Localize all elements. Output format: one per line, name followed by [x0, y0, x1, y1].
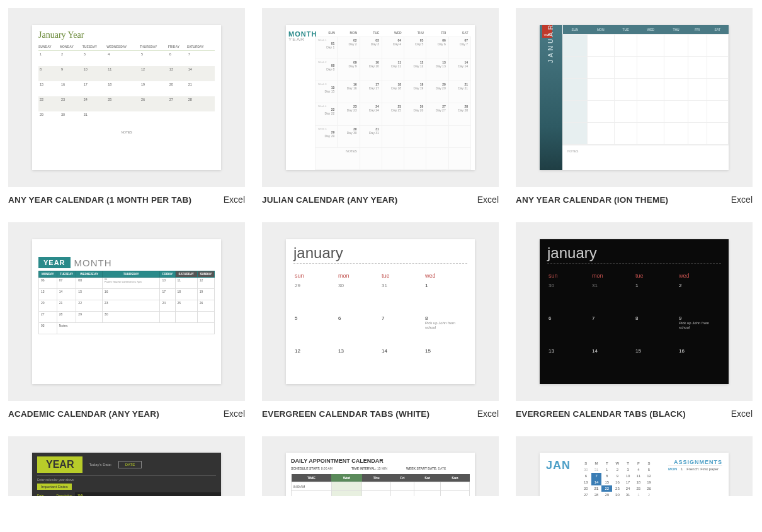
preview-julian: MONTH YEAR SUNMONTUEWEDTHUFRISATWeek 101… [286, 25, 475, 170]
preview-assignments: JAN SMTWTFS30311234567891011121314151617… [540, 453, 729, 496]
important-dates-label: Important Dates [37, 484, 72, 490]
template-card-daily-appointment[interactable]: DAILY APPOINTMENT CALENDAR SCHEDULE STAR… [262, 436, 499, 496]
template-app: Excel [224, 409, 245, 419]
template-thumb: january sunmontuewed3031126789Pick up Jo… [516, 222, 753, 401]
template-card-evergreen-black[interactable]: january sunmontuewed3031126789Pick up Jo… [516, 222, 753, 419]
preview-title: January Year [32, 25, 221, 43]
template-title: JULIAN CALENDAR (ANY YEAR) [262, 195, 397, 205]
template-title: ANY YEAR CALENDAR (ION THEME) [516, 195, 668, 205]
template-grid: January Year SUNDAYMONDAYTUESDAYWEDNESDA… [8, 8, 754, 496]
preview-any-year: January Year SUNDAYMONDAYTUESDAYWEDNESDA… [32, 25, 221, 170]
template-title: ANY YEAR CALENDAR (1 MONTH PER TAB) [8, 195, 191, 205]
todays-date-label: Today's Date: [89, 463, 111, 467]
month-label: MONTH [74, 258, 112, 268]
template-card-academic[interactable]: YEAR MONTH MONDAYTUESDAYWEDNESDAYTHURSDA… [8, 222, 245, 419]
template-thumb: january sunmontuewed29303115678Pick up J… [262, 222, 499, 401]
month-title: january [540, 239, 729, 263]
template-app: Excel [731, 195, 753, 205]
month-title: january [286, 239, 475, 263]
template-card-dark-year[interactable]: YEAR Today's Date: DATE Enter calendar y… [8, 436, 245, 496]
year-box: YEAR [38, 257, 71, 268]
template-app: Excel [477, 409, 499, 419]
preview-ion: YEAR JANUARY SUNMONTUEWEDTHUFRISAT NOTES [540, 25, 729, 170]
template-app: Excel [731, 409, 753, 419]
template-card-any-year[interactable]: January Year SUNDAYMONDAYTUESDAYWEDNESDA… [8, 8, 245, 205]
template-card-julian[interactable]: MONTH YEAR SUNMONTUEWEDTHUFRISATWeek 101… [262, 8, 499, 205]
template-thumb: YEAR Today's Date: DATE Enter calendar y… [8, 436, 245, 496]
template-thumb: YEAR JANUARY SUNMONTUEWEDTHUFRISAT NOTES [516, 8, 753, 187]
date-button: DATE [118, 461, 142, 468]
template-thumb: JAN SMTWTFS30311234567891011121314151617… [516, 436, 753, 496]
template-card-ion[interactable]: YEAR JANUARY SUNMONTUEWEDTHUFRISAT NOTES… [516, 8, 753, 205]
template-title: EVERGREEN CALENDAR TABS (BLACK) [516, 409, 686, 419]
preview-dark-year: YEAR Today's Date: DATE Enter calendar y… [32, 453, 221, 496]
notes-label: NOTES [32, 127, 221, 134]
notes-label: NOTES [562, 145, 729, 170]
preview-header: DAILY APPOINTMENT CALENDAR [291, 458, 470, 464]
enter-year-label: Enter calendar year above [37, 478, 216, 482]
template-card-evergreen-white[interactable]: january sunmontuewed29303115678Pick up J… [262, 222, 499, 419]
template-thumb: MONTH YEAR SUNMONTUEWEDTHUFRISATWeek 101… [262, 8, 499, 187]
month-tab: JAN [75, 492, 221, 496]
template-thumb: January Year SUNDAYMONDAYTUESDAYWEDNESDA… [8, 8, 245, 187]
year-box: YEAR [37, 456, 82, 473]
template-app: Excel [224, 195, 245, 205]
preview-daily-appointment: DAILY APPOINTMENT CALENDAR SCHEDULE STAR… [286, 453, 475, 496]
template-title: ACADEMIC CALENDAR (ANY YEAR) [8, 409, 159, 419]
preview-academic: YEAR MONTH MONDAYTUESDAYWEDNESDAYTHURSDA… [32, 239, 221, 384]
template-title: EVERGREEN CALENDAR TABS (WHITE) [262, 409, 429, 419]
template-card-assignments[interactable]: JAN SMTWTFS30311234567891011121314151617… [516, 436, 753, 496]
month-label: JAN [546, 459, 571, 472]
preview-evergreen-black: january sunmontuewed3031126789Pick up Jo… [540, 239, 729, 384]
template-thumb: YEAR MONTH MONDAYTUESDAYWEDNESDAYTHURSDA… [8, 222, 245, 401]
month-vertical: JANUARY [547, 25, 554, 63]
assignments-label: ASSIGNMENTS [668, 459, 722, 465]
preview-evergreen-white: january sunmontuewed29303115678Pick up J… [286, 239, 475, 384]
template-thumb: DAILY APPOINTMENT CALENDAR SCHEDULE STAR… [262, 436, 499, 496]
template-app: Excel [477, 195, 499, 205]
